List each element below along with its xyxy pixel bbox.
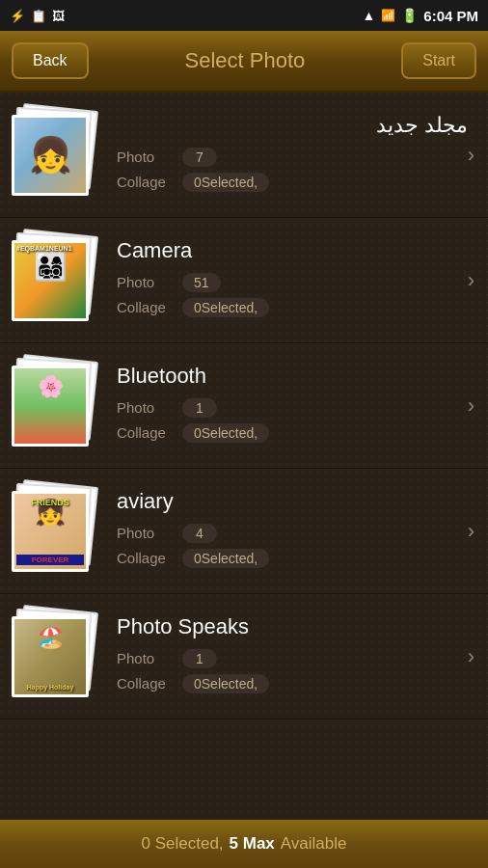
photo-label: Photo <box>117 399 175 416</box>
album-name: Bluetooth <box>117 364 468 389</box>
photo-label: Photo <box>117 274 175 290</box>
album-thumbnail-photo-speaks: 🏖️ Happy Holiday <box>10 609 101 705</box>
collage-count-row: Collage 0Selected, <box>117 423 468 443</box>
photo-stack-front: 🌸 <box>12 366 89 447</box>
collage-count-badge: 0Selected, <box>182 549 269 568</box>
time-display: 6:04 PM <box>423 8 478 24</box>
collage-count-badge: 0Selected, <box>182 298 269 317</box>
collage-label: Collage <box>117 174 175 190</box>
album-item-camera[interactable]: 👨‍👩‍👧‍👦 #EQBAM1NEUN1 Camera Photo 51 Col… <box>0 218 488 343</box>
photo-stack-front: 👧 <box>12 115 89 196</box>
album-name: مجلد جديد <box>117 113 468 138</box>
signal-icon: 📶 <box>381 9 395 22</box>
photo-count-row: Photo 4 <box>117 524 468 543</box>
photo-label: Photo <box>117 149 175 165</box>
album-item-bluetooth[interactable]: 🌸 Bluetooth Photo 1 Collage 0Selected, › <box>0 343 488 469</box>
status-icons-right: ▲ 📶 🔋 6:04 PM <box>362 8 478 24</box>
top-navigation-bar: Back Select Photo Start <box>0 31 488 93</box>
photo-label: Photo <box>117 650 175 666</box>
album-thumbnail-aviary: 👧 FRIENDS FOREVER <box>10 483 101 580</box>
collage-count-badge: 0Selected, <box>182 423 269 443</box>
sim-icon: 📋 <box>31 9 46 23</box>
wifi-icon: ▲ <box>362 8 375 23</box>
page-title: Select Photo <box>185 48 306 73</box>
album-info-camera: Camera Photo 51 Collage 0Selected, <box>117 238 468 323</box>
selected-count-text: 0 Selected, <box>142 834 224 854</box>
photo-stack-front: 👧 FRIENDS FOREVER <box>12 491 89 572</box>
collage-label: Collage <box>117 550 175 566</box>
available-text: Available <box>281 834 347 854</box>
chevron-right-icon: › <box>468 268 478 293</box>
gallery-icon: 🖼 <box>52 9 65 23</box>
album-list: 👧 مجلد جديد Photo 7 Collage 0Selected, › <box>0 93 488 820</box>
collage-label: Collage <box>117 675 175 692</box>
photo-count-badge: 1 <box>182 398 217 418</box>
collage-label: Collage <box>117 299 175 315</box>
chevron-right-icon: › <box>468 519 478 544</box>
photo-count-row: Photo 1 <box>117 398 468 418</box>
album-item-aviary[interactable]: 👧 FRIENDS FOREVER aviary Photo 4 Collage… <box>0 469 488 594</box>
album-thumbnail-camera: 👨‍👩‍👧‍👦 #EQBAM1NEUN1 <box>10 232 101 329</box>
photo-stack-front: 👨‍👩‍👧‍👦 #EQBAM1NEUN1 <box>12 240 89 321</box>
collage-count-row: Collage 0Selected, <box>117 674 468 693</box>
photo-count-badge: 1 <box>182 649 217 668</box>
album-name: Photo Speaks <box>117 614 468 639</box>
photo-count-row: Photo 1 <box>117 649 468 668</box>
collage-count-row: Collage 0Selected, <box>117 298 468 317</box>
album-info-bluetooth: Bluetooth Photo 1 Collage 0Selected, <box>117 364 468 448</box>
photo-stack-front: 🏖️ Happy Holiday <box>12 616 89 697</box>
status-bar: ⚡ 📋 🖼 ▲ 📶 🔋 6:04 PM <box>0 0 488 31</box>
start-button[interactable]: Start <box>401 42 476 79</box>
album-name: Camera <box>117 238 468 263</box>
album-item-new-folder[interactable]: 👧 مجلد جديد Photo 7 Collage 0Selected, › <box>0 93 488 218</box>
album-info-photo-speaks: Photo Speaks Photo 1 Collage 0Selected, <box>117 614 468 699</box>
photo-count-row: Photo 51 <box>117 273 468 292</box>
collage-count-row: Collage 0Selected, <box>117 173 468 192</box>
usb-icon: ⚡ <box>10 9 25 23</box>
photo-count-row: Photo 7 <box>117 148 468 167</box>
photo-count-badge: 51 <box>182 273 221 292</box>
bottom-status-bar: 0 Selected, 5 Max Available <box>0 820 488 868</box>
collage-count-row: Collage 0Selected, <box>117 549 468 568</box>
max-count-text: 5 Max <box>230 834 275 854</box>
chevron-right-icon: › <box>468 644 478 669</box>
album-info-aviary: aviary Photo 4 Collage 0Selected, <box>117 489 468 574</box>
photo-count-badge: 7 <box>182 148 217 167</box>
chevron-right-icon: › <box>468 143 478 168</box>
collage-label: Collage <box>117 424 175 441</box>
battery-icon: 🔋 <box>401 8 418 23</box>
holiday-text: Happy Holiday <box>16 684 84 691</box>
album-info-new-folder: مجلد جديد Photo 7 Collage 0Selected, <box>117 113 468 198</box>
album-thumbnail-new-folder: 👧 <box>10 107 101 203</box>
photo-label: Photo <box>117 525 175 541</box>
status-icons-left: ⚡ 📋 🖼 <box>10 9 65 23</box>
album-item-photo-speaks[interactable]: 🏖️ Happy Holiday Photo Speaks Photo 1 Co… <box>0 594 488 719</box>
collage-count-badge: 0Selected, <box>182 674 269 693</box>
album-name: aviary <box>117 489 468 514</box>
album-thumbnail-bluetooth: 🌸 <box>10 358 101 454</box>
chevron-right-icon: › <box>468 393 478 419</box>
photo-count-badge: 4 <box>182 524 217 543</box>
back-button[interactable]: Back <box>12 42 89 79</box>
collage-count-badge: 0Selected, <box>182 173 269 192</box>
